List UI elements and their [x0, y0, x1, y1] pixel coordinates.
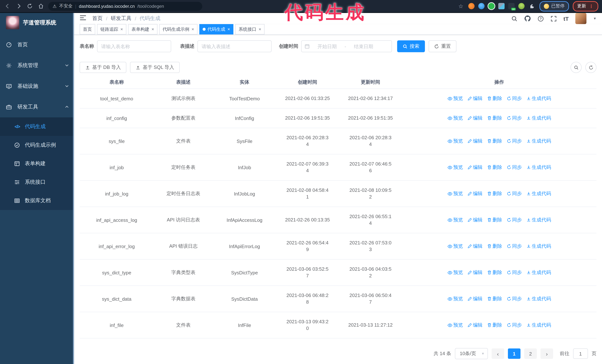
sidebar-item-home[interactable]: 首页: [0, 34, 74, 55]
extension-icon-blue-drop[interactable]: [478, 3, 484, 9]
tab-system-api[interactable]: 系统接口×: [235, 24, 265, 34]
preview-link[interactable]: 预览: [447, 269, 463, 276]
generate-code-link[interactable]: 生成代码: [526, 217, 551, 223]
generate-code-link[interactable]: 生成代码: [526, 115, 551, 122]
edit-link[interactable]: 编辑: [467, 295, 483, 302]
extension-icon-green-person[interactable]: [518, 3, 525, 9]
forward-icon[interactable]: [15, 3, 22, 9]
preview-link[interactable]: 预览: [447, 115, 463, 122]
search-button[interactable]: 搜索: [397, 40, 425, 52]
sync-link[interactable]: 同步: [507, 217, 522, 223]
reset-button[interactable]: 重置: [429, 40, 456, 52]
edit-link[interactable]: 编辑: [467, 190, 483, 197]
refresh-table-button[interactable]: [585, 62, 596, 73]
bookmark-star-icon[interactable]: ☆: [457, 3, 464, 10]
extension-icon-grid[interactable]: [498, 3, 505, 9]
generate-code-link[interactable]: 生成代码: [526, 164, 551, 171]
browser-update-button[interactable]: 更新 ⋮: [573, 1, 598, 11]
delete-link[interactable]: 删除: [487, 217, 502, 223]
address-bar[interactable]: ⚠ 不安全 | dashboard.yudao.iocoder.cn/tool/…: [48, 2, 202, 10]
profile-paused-badge[interactable]: 已暂停: [539, 1, 569, 11]
delete-link[interactable]: 删除: [487, 95, 502, 102]
extension-icon-green-check[interactable]: [488, 3, 494, 9]
delete-link[interactable]: 删除: [487, 322, 502, 328]
page-size-select[interactable]: 10条/页 ▼: [455, 348, 488, 359]
edit-link[interactable]: 编辑: [467, 322, 483, 328]
preview-link[interactable]: 预览: [447, 164, 463, 171]
page-button-1[interactable]: 1: [508, 348, 520, 359]
date-range-picker[interactable]: -: [301, 40, 392, 52]
sidebar-subitem-db-docs[interactable]: 数据库文档: [0, 191, 74, 210]
font-size-icon[interactable]: tT: [563, 15, 569, 22]
extension-icon-on[interactable]: on: [508, 3, 515, 9]
generate-code-link[interactable]: 生成代码: [526, 295, 551, 302]
breadcrumb-home[interactable]: 首页: [92, 15, 103, 22]
breadcrumb-dev-tools[interactable]: 研发工具: [111, 15, 131, 22]
tab-home[interactable]: 首页: [80, 24, 95, 34]
tab-close-icon[interactable]: ×: [192, 27, 194, 32]
generate-code-link[interactable]: 生成代码: [526, 322, 551, 328]
edit-link[interactable]: 编辑: [467, 115, 483, 122]
sync-link[interactable]: 同步: [507, 164, 522, 171]
preview-link[interactable]: 预览: [447, 243, 463, 250]
table-name-input[interactable]: [97, 40, 171, 52]
sync-link[interactable]: 同步: [507, 269, 522, 276]
delete-link[interactable]: 删除: [487, 115, 502, 122]
delete-link[interactable]: 删除: [487, 164, 502, 171]
help-icon[interactable]: ?: [538, 15, 544, 22]
sql-import-button[interactable]: 基于 SQL 导入: [130, 62, 180, 73]
tab-close-icon[interactable]: ×: [151, 27, 154, 32]
edit-link[interactable]: 编辑: [467, 164, 483, 171]
tab-close-icon[interactable]: ×: [120, 27, 123, 32]
tab-codegen-example[interactable]: 代码生成示例×: [159, 24, 197, 34]
app-logo[interactable]: 芋道管理系统: [0, 13, 74, 32]
delete-link[interactable]: 删除: [487, 190, 502, 197]
tab-link-trace[interactable]: 链路追踪×: [97, 24, 126, 34]
prev-page-button[interactable]: ‹: [492, 348, 504, 359]
date-end-input[interactable]: [348, 43, 379, 49]
extension-icon-orange[interactable]: [468, 3, 474, 9]
generate-code-link[interactable]: 生成代码: [526, 138, 551, 145]
delete-link[interactable]: 删除: [487, 138, 502, 145]
generate-code-link[interactable]: 生成代码: [526, 243, 551, 250]
hamburger-icon[interactable]: [80, 15, 86, 22]
preview-link[interactable]: 预览: [447, 322, 463, 328]
delete-link[interactable]: 删除: [487, 295, 502, 302]
sync-link[interactable]: 同步: [507, 138, 522, 145]
sync-link[interactable]: 同步: [507, 295, 522, 302]
sidebar-item-system-management[interactable]: 系统管理: [0, 55, 74, 76]
generate-code-link[interactable]: 生成代码: [526, 190, 551, 197]
browser-menu-dots-icon[interactable]: ⋮: [589, 3, 594, 9]
edit-link[interactable]: 编辑: [467, 95, 483, 102]
fullscreen-icon[interactable]: [550, 15, 557, 22]
edit-link[interactable]: 编辑: [467, 217, 483, 223]
table-desc-input[interactable]: [197, 40, 271, 52]
sync-link[interactable]: 同步: [507, 322, 522, 328]
goto-page-input[interactable]: [573, 348, 588, 359]
search-icon[interactable]: [511, 15, 517, 22]
generate-code-link[interactable]: 生成代码: [526, 95, 551, 102]
reload-icon[interactable]: [26, 3, 33, 9]
date-start-input[interactable]: [311, 43, 343, 49]
sync-link[interactable]: 同步: [507, 190, 522, 197]
back-icon[interactable]: [4, 3, 11, 9]
tab-close-icon[interactable]: ×: [227, 27, 230, 32]
tab-close-icon[interactable]: ×: [258, 27, 261, 32]
tab-form-builder[interactable]: 表单构建×: [128, 24, 157, 34]
sidebar-subitem-system-api[interactable]: 系统接口: [0, 173, 74, 191]
sidebar-item-dev-tools[interactable]: 研发工具: [0, 97, 74, 117]
tab-codegen[interactable]: 代码生成×: [199, 24, 233, 34]
delete-link[interactable]: 删除: [487, 243, 502, 250]
sync-link[interactable]: 同步: [507, 95, 522, 102]
edit-link[interactable]: 编辑: [467, 138, 483, 145]
db-import-button[interactable]: 基于 DB 导入: [80, 62, 127, 73]
sidebar-subitem-form-builder[interactable]: 表单构建: [0, 154, 74, 173]
generate-code-link[interactable]: 生成代码: [526, 269, 551, 276]
preview-link[interactable]: 预览: [447, 217, 463, 223]
preview-link[interactable]: 预览: [447, 138, 463, 145]
sync-link[interactable]: 同步: [507, 243, 522, 250]
preview-link[interactable]: 预览: [447, 95, 463, 102]
sidebar-subitem-codegen[interactable]: </> 代码生成: [0, 117, 74, 136]
edit-link[interactable]: 编辑: [467, 269, 483, 276]
edit-link[interactable]: 编辑: [467, 243, 483, 250]
